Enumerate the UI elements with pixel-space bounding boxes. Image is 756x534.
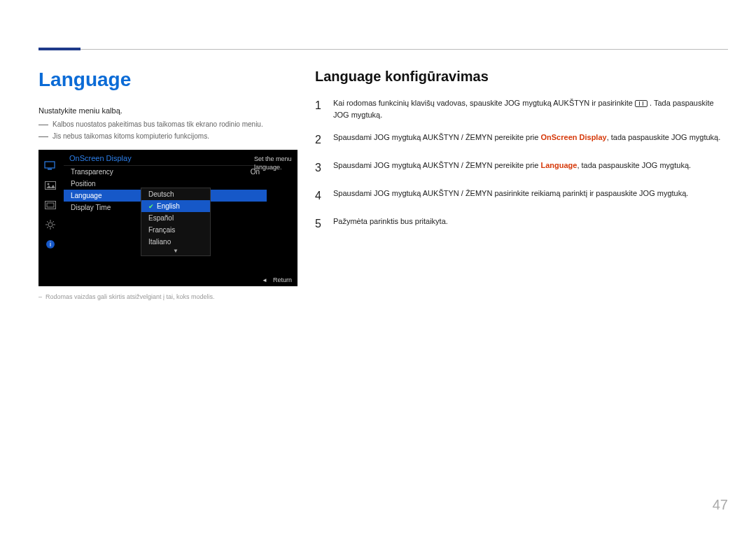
step-3-highlight: Language — [541, 161, 578, 169]
menu-jog-icon — [635, 100, 648, 107]
osd-return-label: Return — [273, 276, 292, 283]
svg-rect-0 — [45, 162, 55, 168]
submenu-item-francais: Français — [141, 224, 210, 236]
step-4: 4 Spausdami JOG mygtuką AUKŠTYN / ŽEMYN … — [315, 188, 728, 204]
submenu-item-english: ✔ English — [141, 200, 210, 212]
osd-row-label: Position — [71, 180, 96, 188]
osd-title: OnScreen Display — [64, 150, 267, 166]
note-2: ― Jis nebus taikomas kitoms kompiuterio … — [38, 132, 298, 140]
page-number: 47 — [713, 497, 728, 513]
svg-point-6 — [48, 223, 52, 227]
heading-language: Language — [38, 69, 298, 91]
svg-line-13 — [47, 227, 48, 228]
step-3-text-a: Spausdami JOG mygtuką AUKŠTYN / ŽEMYN pe… — [333, 161, 541, 169]
picture-icon — [44, 181, 57, 190]
display-frame-icon — [44, 200, 57, 210]
osd-help-text: Set the menu language. — [254, 155, 293, 171]
accent-bar — [38, 48, 80, 50]
intro-text: Nustatykite meniu kalbą. — [38, 106, 298, 115]
submenu-label: Français — [148, 226, 175, 234]
step-3-text-b: , tada paspauskite JOG mygtuką. — [577, 161, 691, 169]
step-number: 4 — [315, 188, 323, 204]
step-text: Spausdami JOG mygtuką AUKŠTYN / ŽEMYN pa… — [333, 188, 728, 204]
osd-panel: i OnScreen Display Transparency On Posit… — [38, 150, 298, 286]
step-number: 3 — [315, 160, 323, 176]
back-arrow-icon: ◄ — [262, 277, 267, 283]
svg-text:i: i — [50, 241, 51, 248]
monitor-icon — [44, 161, 57, 171]
step-text: Spausdami JOG mygtuką AUKŠTYN / ŽEMYN pe… — [333, 160, 728, 176]
check-icon: ✔ — [148, 203, 154, 210]
submenu-label: Deutsch — [148, 190, 174, 198]
left-column: Language Nustatykite meniu kalbą. ― Kalb… — [38, 69, 298, 300]
step-text: Spausdami JOG mygtuką AUKŠTYN / ŽEMYN pe… — [333, 132, 728, 148]
dash-icon: ― — [38, 120, 48, 128]
osd-submenu: Deutsch ✔ English Español Français Itali… — [141, 188, 211, 256]
svg-rect-1 — [48, 169, 52, 170]
osd-sidebar: i — [43, 161, 58, 249]
osd-footer: ◄ Return — [262, 276, 292, 283]
step-5: 5 Pažymėta parinktis bus pritaikyta. — [315, 216, 728, 232]
step-number: 1 — [315, 97, 323, 120]
right-column: Language konfigūravimas 1 Kai rodomas fu… — [315, 69, 728, 244]
submenu-item-italiano: Italiano — [141, 236, 210, 248]
step-text: Pažymėta parinktis bus pritaikyta. — [333, 216, 728, 232]
osd-row-transparency: Transparency On — [64, 166, 267, 178]
step-number: 2 — [315, 132, 323, 148]
note-2-text: Jis nebus taikomas kitoms kompiuterio fu… — [52, 132, 209, 140]
osd-help-line2: language. — [254, 164, 293, 172]
step-2-text-a: Spausdami JOG mygtuką AUKŠTYN / ŽEMYN pe… — [333, 133, 541, 141]
step-3: 3 Spausdami JOG mygtuką AUKŠTYN / ŽEMYN … — [315, 160, 728, 176]
note-1-text: Kalbos nuostatos pakeitimas bus taikomas… — [52, 120, 263, 128]
osd-row-label: Language — [71, 192, 102, 199]
osd-row-label: Transparency — [71, 168, 113, 176]
top-rule — [38, 49, 728, 50]
submenu-item-espanol: Español — [141, 212, 210, 224]
step-2-text-b: , tada paspauskite JOG mygtuką. — [607, 133, 721, 141]
svg-point-3 — [48, 183, 50, 185]
submenu-item-deutsch: Deutsch — [141, 188, 210, 200]
osd-row-label: Display Time — [71, 204, 111, 211]
svg-line-14 — [52, 221, 54, 223]
step-1-text-a: Kai rodomas funkcinių klavišų vadovas, s… — [333, 99, 635, 107]
osd-help-line1: Set the menu — [254, 155, 293, 164]
dash-icon: ― — [38, 132, 48, 140]
step-1: 1 Kai rodomas funkcinių klavišų vadovas,… — [315, 97, 728, 120]
svg-line-11 — [47, 221, 48, 223]
submenu-label: Italiano — [148, 238, 171, 246]
gear-icon — [44, 220, 57, 230]
step-2: 2 Spausdami JOG mygtuką AUKŠTYN / ŽEMYN … — [315, 132, 728, 148]
step-2-highlight: OnScreen Display — [541, 133, 607, 141]
heading-config: Language konfigūravimas — [315, 69, 728, 85]
dash-icon: – — [38, 293, 42, 300]
svg-line-12 — [52, 227, 54, 228]
svg-rect-5 — [47, 203, 54, 207]
image-note-text: Rodomas vaizdas gali skirtis atsižvelgia… — [46, 293, 215, 300]
image-note: – Rodomas vaizdas gali skirtis atsižvelg… — [38, 293, 298, 300]
submenu-label: Español — [148, 214, 174, 222]
info-icon: i — [44, 239, 57, 249]
step-number: 5 — [315, 216, 323, 232]
step-text: Kai rodomas funkcinių klavišų vadovas, s… — [333, 97, 728, 120]
note-1: ― Kalbos nuostatos pakeitimas bus taikom… — [38, 120, 298, 128]
chevron-down-icon: ▼ — [141, 248, 210, 255]
submenu-label: English — [157, 202, 180, 210]
